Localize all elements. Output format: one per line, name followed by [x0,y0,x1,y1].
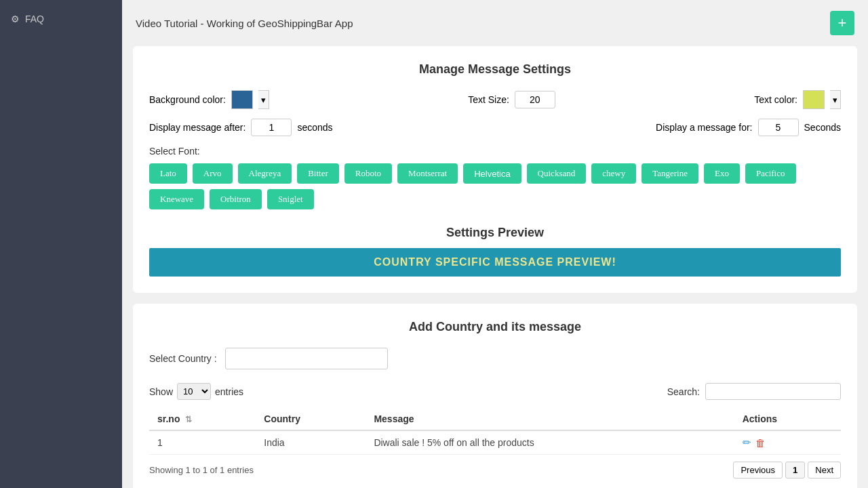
font-buttons-container: LatoArvoAlegreyaBitterRobotoMontserratHe… [149,163,841,209]
font-btn-montserrat[interactable]: Montserrat [397,163,458,184]
display-for-label: Display a message for: [656,122,752,133]
font-btn-roboto[interactable]: Roboto [344,163,392,184]
preview-section: Settings Preview COUNTRY SPECIFIC MESSAG… [149,226,841,277]
entries-select[interactable]: 10 25 50 100 [177,383,211,400]
preview-title: Settings Preview [149,226,841,240]
message-settings-card: Manage Message Settings Background color… [133,46,857,293]
pagination-buttons: Previous 1 Next [733,462,841,479]
message-settings-title: Manage Message Settings [149,62,841,77]
sidebar-item-faq[interactable]: ⚙ FAQ [0,7,122,31]
text-size-input[interactable]: 20 [515,91,555,108]
add-country-title: Add Country and its message [149,320,841,334]
entries-label: entries [215,386,243,397]
settings-row-1: Background color: ▾ Text Size: 20 Text c… [149,90,841,109]
text-color-group: Text color: ▾ [754,90,841,109]
col-actions: Actions [734,408,841,430]
display-after-unit: seconds [297,122,332,133]
font-btn-arvo[interactable]: Arvo [193,163,233,184]
font-btn-helvetica[interactable]: Helvetica [463,163,521,184]
col-message: Message [366,408,734,430]
cell-srno: 1 [149,430,256,455]
settings-row-2: Display message after: 1 seconds Display… [149,119,841,136]
font-btn-tangerine[interactable]: Tangerine [642,163,698,184]
preview-bar: COUNTRY SPECIFIC MESSAGE PREVIEW! [149,248,841,277]
font-btn-sniglet[interactable]: Sniglet [267,189,314,209]
display-for-input[interactable]: 5 [758,119,799,136]
bg-color-swatch[interactable] [231,90,253,109]
font-btn-exo[interactable]: Exo [704,163,740,184]
edit-icon[interactable]: ✏ [743,436,751,449]
font-btn-bitter[interactable]: Bitter [297,163,339,184]
search-group: Search: [667,383,841,400]
showing-text: Showing 1 to 1 of 1 entries [149,465,254,475]
next-button[interactable]: Next [808,462,841,479]
page-title: Video Tutorial - Working of GeoShippingB… [136,18,353,29]
font-btn-knewave[interactable]: Knewave [149,189,204,209]
font-btn-chewy[interactable]: chewy [591,163,636,184]
add-country-card: Add Country and its message Select Count… [133,304,857,488]
col-srno: sr.no ⇅ [149,408,256,430]
pagination-row: Showing 1 to 1 of 1 entries Previous 1 N… [149,462,841,479]
previous-button[interactable]: Previous [733,462,783,479]
text-size-group: Text Size: 20 [468,91,555,108]
font-btn-quicksand[interactable]: Quicksand [527,163,587,184]
bg-color-group: Background color: ▾ [149,90,269,109]
show-entries-group: Show 10 25 50 100 entries [149,383,243,400]
sort-icon-srno[interactable]: ⇅ [185,415,192,424]
search-input[interactable] [705,383,841,400]
text-color-dropdown-btn[interactable]: ▾ [830,90,841,109]
display-after-input[interactable]: 1 [251,119,292,136]
sidebar-item-label: FAQ [25,14,44,24]
cell-country: India [256,430,366,455]
font-section-label: Select Font: [149,146,841,157]
cell-actions: ✏ 🗑 [734,430,841,455]
add-button[interactable]: + [830,11,854,35]
font-btn-alegreya[interactable]: Alegreya [238,163,292,184]
country-select-input[interactable] [225,348,388,369]
display-after-label: Display message after: [149,122,245,133]
text-color-swatch[interactable] [803,90,825,109]
col-country: Country [256,408,366,430]
table-head: sr.no ⇅ Country Message Actions [149,408,841,430]
select-country-row: Select Country : [149,348,841,369]
bg-color-dropdown-btn[interactable]: ▾ [258,90,269,109]
header-bar: Video Tutorial - Working of GeoShippingB… [133,11,857,35]
delete-icon[interactable]: 🗑 [755,437,766,449]
table-controls: Show 10 25 50 100 entries Search: [149,383,841,400]
table-body: 1 India Diwali sale ! 5% off on all the … [149,430,841,455]
cell-message: Diwali sale ! 5% off on all the products [366,430,734,455]
search-label: Search: [667,386,700,397]
font-btn-orbitron[interactable]: Orbitron [210,189,262,209]
font-btn-pacifico[interactable]: Pacifico [745,163,796,184]
display-for-unit: Seconds [804,122,841,133]
select-country-label: Select Country : [149,353,217,364]
show-label: Show [149,386,173,397]
display-for-group: Display a message for: 5 Seconds [656,119,841,136]
font-btn-lato[interactable]: Lato [149,163,187,184]
text-color-label: Text color: [754,94,797,105]
gear-icon: ⚙ [11,14,20,24]
text-size-label: Text Size: [468,94,509,105]
sidebar: ⚙ FAQ [0,0,122,488]
bg-color-label: Background color: [149,94,226,105]
main-content: Video Tutorial - Working of GeoShippingB… [122,0,868,488]
page-1-button[interactable]: 1 [785,462,805,479]
display-after-group: Display message after: 1 seconds [149,119,333,136]
table-row: 1 India Diwali sale ! 5% off on all the … [149,430,841,455]
country-table: sr.no ⇅ Country Message Actions 1 [149,408,841,455]
font-section: Select Font: LatoArvoAlegreyaBitterRobot… [149,146,841,209]
